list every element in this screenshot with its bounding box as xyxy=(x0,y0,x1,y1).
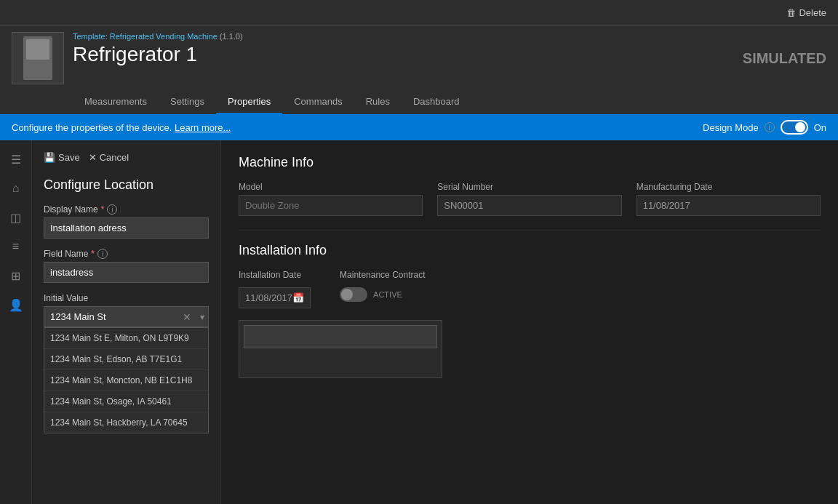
model-label: Model xyxy=(239,182,423,192)
tab-properties[interactable]: Properties xyxy=(216,90,282,114)
initial-value-input[interactable] xyxy=(44,307,178,327)
active-label: ACTIVE xyxy=(373,290,402,299)
display-name-info-icon[interactable]: i xyxy=(107,204,117,215)
on-label: On xyxy=(814,122,826,133)
maintenance-col: Maintenance Contract ACTIVE xyxy=(340,270,425,302)
dropdown-input-row[interactable]: ✕ ▾ xyxy=(44,306,209,327)
model-input[interactable] xyxy=(239,195,423,216)
textarea-container xyxy=(239,320,821,378)
serial-col: Serial Number xyxy=(437,182,621,216)
action-bar: 💾 Save ✕ Cancel xyxy=(44,152,209,163)
manufacturing-col: Manufacturing Date xyxy=(637,182,821,216)
model-col: Model xyxy=(239,182,423,216)
learn-more-link[interactable]: Learn more... xyxy=(175,122,231,133)
required-star-field: * xyxy=(91,249,95,259)
delete-icon: 🗑 xyxy=(786,7,796,18)
maintenance-label: Maintenance Contract xyxy=(340,270,425,280)
save-button[interactable]: 💾 Save xyxy=(44,152,80,163)
save-icon: 💾 xyxy=(44,152,55,163)
dropdown-item-4[interactable]: 1234 Main St, Hackberry, LA 70645 xyxy=(44,412,208,433)
field-name-label: Field Name * i xyxy=(44,249,209,259)
header: Template: Refrigerated Vending Machine (… xyxy=(0,26,838,114)
display-name-group: Display Name * i xyxy=(44,204,209,239)
delete-label: Delete xyxy=(799,7,826,18)
initial-value-group: Initial Value ✕ ▾ 1234 Main St E, Milton… xyxy=(44,293,209,327)
installation-date-value: 11/08/2017 xyxy=(245,292,292,303)
main-layout: ☰ ⌂ ◫ ≡ ⊞ 👤 💾 Save ✕ Cancel Configure Lo… xyxy=(0,140,838,504)
field-name-input[interactable] xyxy=(44,262,209,283)
device-image xyxy=(12,32,64,84)
installation-date-label: Installation Date xyxy=(239,270,311,280)
textarea-inner[interactable] xyxy=(244,325,437,348)
device-title: Refrigerator 1 xyxy=(73,44,734,66)
right-content: Machine Info Model Serial Number Manufac… xyxy=(221,140,838,504)
field-name-group: Field Name * i xyxy=(44,249,209,283)
info-bar: Configure the properties of the device. … xyxy=(0,114,838,140)
installation-row: Installation Date 11/08/2017 📅 Maintenan… xyxy=(239,270,821,308)
calendar-icon[interactable]: 📅 xyxy=(292,292,304,303)
dropdown-arrow-icon[interactable]: ▾ xyxy=(196,312,209,322)
design-mode-label: Design Mode xyxy=(703,122,759,133)
dropdown-item-1[interactable]: 1234 Main St, Edson, AB T7E1G1 xyxy=(44,349,208,370)
serial-label: Serial Number xyxy=(437,182,621,192)
tab-settings[interactable]: Settings xyxy=(159,90,216,114)
sidebar-icon-menu[interactable]: ☰ xyxy=(3,146,29,172)
initial-value-dropdown: ✕ ▾ 1234 Main St E, Milton, ON L9T9K9 12… xyxy=(44,306,209,327)
dropdown-list: 1234 Main St E, Milton, ON L9T9K9 1234 M… xyxy=(44,327,209,433)
design-mode-toggle[interactable] xyxy=(781,120,808,135)
serial-input[interactable] xyxy=(437,195,621,216)
dropdown-clear-icon[interactable]: ✕ xyxy=(178,311,196,323)
cancel-label: Cancel xyxy=(100,152,129,163)
installation-info-title: Installation Info xyxy=(239,243,821,258)
cancel-button[interactable]: ✕ Cancel xyxy=(89,152,129,163)
template-label: Template: Refrigerated Vending Machine (… xyxy=(73,32,734,41)
info-bar-text: Configure the properties of the device. … xyxy=(12,122,231,133)
left-panel: 💾 Save ✕ Cancel Configure Location Displ… xyxy=(32,140,221,504)
tab-dashboard[interactable]: Dashboard xyxy=(402,90,471,114)
required-star-display: * xyxy=(101,204,105,215)
dropdown-item-2[interactable]: 1234 Main St, Moncton, NB E1C1H8 xyxy=(44,370,208,391)
simulated-badge: SIMULATED xyxy=(743,50,826,67)
design-mode-control: Design Mode i On xyxy=(703,120,826,135)
sidebar-icons: ☰ ⌂ ◫ ≡ ⊞ 👤 xyxy=(0,140,32,504)
top-bar: 🗑 Delete xyxy=(0,0,838,26)
maintenance-toggle[interactable] xyxy=(340,287,367,302)
tab-rules[interactable]: Rules xyxy=(354,90,402,114)
initial-value-label: Initial Value xyxy=(44,293,209,303)
display-name-input[interactable] xyxy=(44,217,209,239)
header-info: Template: Refrigerated Vending Machine (… xyxy=(73,32,734,66)
textarea-placeholder xyxy=(239,320,442,378)
section-divider xyxy=(239,231,821,231)
cancel-icon: ✕ xyxy=(89,152,97,163)
dropdown-item-0[interactable]: 1234 Main St E, Milton, ON L9T9K9 xyxy=(44,328,208,349)
sidebar-icon-users[interactable]: 👤 xyxy=(3,292,29,318)
panel-title: Configure Location xyxy=(44,177,209,193)
manufacturing-label: Manufacturing Date xyxy=(637,182,821,192)
display-name-label: Display Name * i xyxy=(44,204,209,215)
tab-measurements[interactable]: Measurements xyxy=(73,90,159,114)
sidebar-icon-list[interactable]: ≡ xyxy=(3,233,29,260)
installation-date-field[interactable]: 11/08/2017 📅 xyxy=(239,287,311,308)
maintenance-toggle-row: ACTIVE xyxy=(340,287,425,302)
nav-tabs: Measurements Settings Properties Command… xyxy=(73,90,826,114)
tab-commands[interactable]: Commands xyxy=(282,90,354,114)
save-label: Save xyxy=(58,152,80,163)
sidebar-icon-home[interactable]: ⌂ xyxy=(3,175,29,201)
machine-info-row: Model Serial Number Manufacturing Date xyxy=(239,182,821,216)
sidebar-icon-devices[interactable]: ◫ xyxy=(3,204,29,231)
info-icon[interactable]: i xyxy=(765,122,775,132)
manufacturing-input[interactable] xyxy=(637,195,821,216)
delete-button[interactable]: 🗑 Delete xyxy=(786,7,826,18)
machine-info-title: Machine Info xyxy=(239,155,821,170)
installation-date-col: Installation Date 11/08/2017 📅 xyxy=(239,270,311,308)
dropdown-item-3[interactable]: 1234 Main St, Osage, IA 50461 xyxy=(44,391,208,412)
field-name-info-icon[interactable]: i xyxy=(97,249,108,259)
sidebar-icon-grid[interactable]: ⊞ xyxy=(3,263,29,289)
